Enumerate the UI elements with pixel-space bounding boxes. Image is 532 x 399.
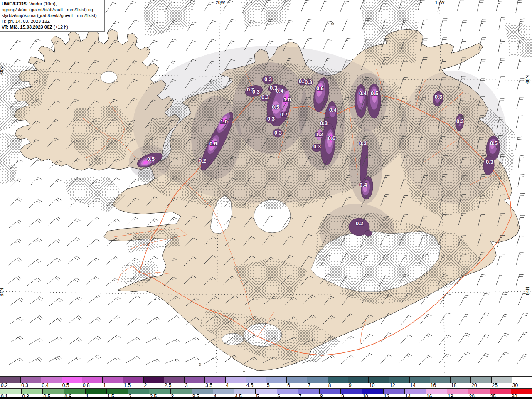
precip-value-label: 0.7 (280, 111, 288, 118)
meridian-label: 15W (435, 0, 445, 5)
colorbar-tick-label: 10 (369, 383, 374, 388)
colorbar-tick-label: 7 (308, 383, 310, 388)
colorbar-tick-label: 0.5 (62, 383, 69, 388)
precip-value-label: 0.3 (313, 143, 321, 150)
precip-value-label: 0.6 (316, 85, 324, 91)
precip-value-label: 0.5 (371, 90, 378, 96)
colorbar-tick-label: 12 (389, 383, 395, 388)
legend-line-5: VT: Mið. 15.03.2023 00Z (+12 h) (2, 24, 102, 30)
weather-map-screenshot: 0.30.30.30.30.40.31.00.50.70.30.30.30.30… (0, 0, 532, 399)
colorbar-tick-label: 16 (431, 383, 436, 388)
colorbar-tick-label: 4 (226, 383, 229, 388)
colorbar-tick-label: 1 (103, 383, 106, 388)
precip-value-label: 0.3 (305, 79, 312, 85)
legend-line-4: IT: þri. 14. 03. 2023 12Z (2, 18, 102, 24)
precip-value-label: 0.5 (490, 140, 498, 146)
precip-value-label: 0.2 (356, 220, 363, 227)
colorbar-tick-label: 3.5 (205, 383, 212, 388)
precip-value-label: 1.0 (220, 118, 228, 125)
precip-value-label: 0.3 (261, 94, 269, 100)
precip-value-label: 0.3 (252, 89, 260, 95)
precip-value-label: 1.2 (315, 131, 323, 138)
colorbar-tick-label: 30 (512, 383, 518, 388)
precip-value-label: 0.6 (209, 140, 217, 147)
precip-value-label: 0.5 (272, 104, 279, 110)
colorbar-tick-label: 3 (185, 383, 188, 388)
parallel-label: 66N (0, 66, 4, 75)
colorbar-tick-label: 0.3 (21, 383, 28, 388)
colorbar-tick-label: 8 (328, 383, 331, 388)
colorbar-tick-label: 18 (451, 383, 456, 388)
legend-line-3: slydda/snjókoma (grátt/bleikt/grænt - mm… (2, 12, 102, 18)
precip-value-label: 0.3 (267, 116, 275, 122)
colorbar-tick-label: 5 (267, 383, 270, 388)
colorbar-tick-label: 2.5 (165, 383, 172, 388)
colorbar-tick-label: 0.2 (1, 383, 8, 388)
parallel-label: 64N (525, 287, 530, 295)
meridian-label: 20W (216, 0, 225, 5)
iceland-weather-map: 0.30.30.30.30.40.31.00.50.70.30.30.30.30… (0, 0, 532, 376)
precip-value-label: 0.3 (486, 159, 493, 165)
colorbar-tick-label: 25 (492, 383, 498, 388)
sleet-colorbar-labels: 0.20.30.40.50.811.522.533.544.5567891012… (0, 383, 532, 388)
colorbar-tick-label: 20 (471, 383, 477, 388)
precip-value-label: 0.4 (329, 107, 337, 113)
colorbar-tick-label: 0.4 (42, 383, 49, 388)
colorbar-tick-label: 14 (410, 383, 416, 388)
map-area: 0.30.30.30.30.40.31.00.50.70.30.30.30.30… (0, 0, 532, 376)
precip-value-label: 0.3 (264, 76, 272, 82)
precip-value-label: 0.2 (199, 158, 206, 164)
precip-value-label: 0.3 (435, 94, 442, 100)
precip-value-label: 0.3 (359, 140, 367, 146)
colorbar-tick-label: 0.8 (83, 383, 90, 388)
legend-line-2: rigning/skúrir (grænt/blátt/rautt - mm/1… (2, 7, 102, 12)
precip-value-label: 0.5 (147, 156, 155, 162)
colorbar-tick-label: 4.5 (246, 383, 254, 388)
bottom-black-strip (0, 397, 532, 399)
legend-box: UWC/ECDS: Vindur (10m), rigning/skúrir (… (0, 0, 105, 32)
precip-value-label: 0.4 (359, 90, 367, 96)
precip-value-label: 0.3 (456, 118, 464, 124)
precip-value-label: 0.3 (320, 120, 328, 126)
colorbar-tick-label: 1.5 (123, 383, 131, 388)
parallel-label: 64N (0, 288, 4, 296)
colorbar-tick-label: 6 (287, 383, 290, 388)
precip-value-label: 0.3 (274, 130, 282, 136)
precip-value-label: 0.4 (276, 88, 284, 94)
legend-line-1: UWC/ECDS: Vindur (10m), (2, 1, 102, 7)
colorbar-tick-label: 9 (349, 383, 352, 388)
colorbar-tick-label: 2 (144, 383, 147, 388)
precip-value-label: 1.0 (283, 96, 291, 103)
parallel-label: 66N (525, 75, 530, 84)
precip-value-label: 0.4 (360, 182, 367, 188)
precip-value-label: 0.6 (328, 135, 335, 141)
colorbar-area: 0.20.30.40.50.811.522.533.544.5567891012… (0, 376, 532, 399)
